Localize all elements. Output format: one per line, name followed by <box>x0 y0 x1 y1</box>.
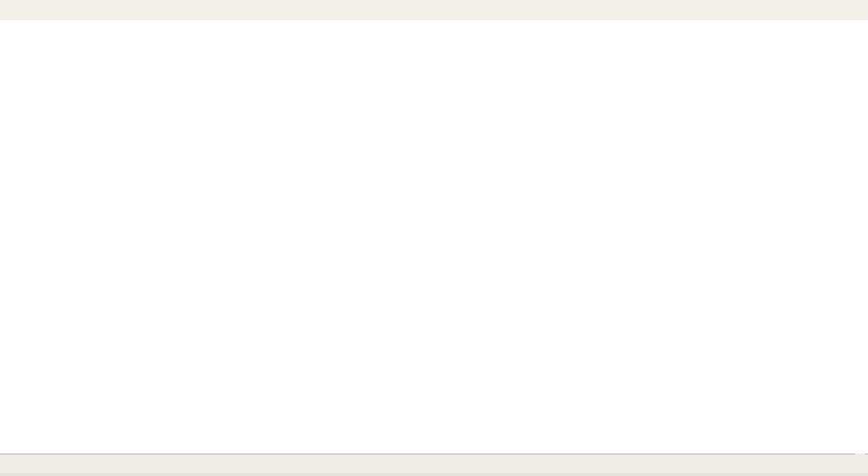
mt4-window <box>0 0 868 476</box>
status-strip <box>0 473 868 476</box>
chart-header <box>9 24 31 32</box>
chart-plot <box>0 0 868 476</box>
chart-tab-bar <box>0 454 868 473</box>
tab-scroll-buttons <box>855 454 865 473</box>
